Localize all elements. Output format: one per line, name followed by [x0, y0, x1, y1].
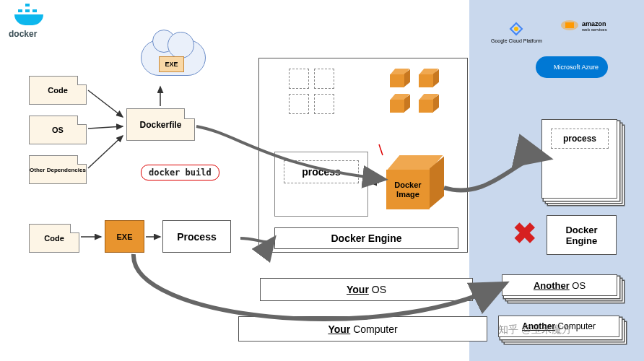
docker-logo-text: docker — [9, 29, 66, 39]
svg-point-1 — [514, 27, 518, 31]
deps-file: Other Dependencies — [29, 155, 87, 184]
local-code-label: Code — [44, 234, 64, 243]
cloud-exe-label: EXE — [165, 61, 178, 68]
docker-build-text: docker build — [149, 168, 212, 178]
another-os-text: Another OS — [534, 280, 586, 291]
svg-line-6 — [88, 136, 123, 168]
aws-label-1: amazon — [582, 21, 607, 27]
docker-logo: docker — [9, 6, 66, 39]
your-os-text: Your OS — [347, 284, 386, 295]
svg-line-4 — [88, 90, 123, 117]
image-cube-3 — [390, 94, 410, 114]
failure-x-icon: ✖ — [513, 217, 537, 250]
azure-label: Microsoft Azure — [554, 64, 599, 71]
docker-build-label: docker build — [141, 165, 219, 180]
container-process-label: process — [302, 166, 341, 178]
dockerfile-label: Dockerfile — [139, 120, 181, 130]
os-file: OS — [29, 116, 87, 144]
placeholder-3 — [289, 94, 309, 114]
local-exe-box: EXE — [105, 220, 144, 253]
placeholder-4 — [314, 94, 334, 114]
docker-image-cube: Docker Image — [386, 155, 444, 213]
your-os-bar: Your OS — [260, 278, 473, 301]
dockerfile-box: Dockerfile — [126, 108, 195, 141]
svg-line-5 — [88, 126, 123, 129]
gcp-label: Google Cloud Platform — [491, 38, 542, 43]
os-file-label: OS — [52, 126, 64, 134]
image-cube-4 — [419, 94, 439, 114]
container-process-inner: process — [284, 160, 359, 183]
aws-label-2: web services — [582, 27, 607, 32]
your-computer-text: Your Computer — [328, 323, 397, 335]
local-code-file: Code — [29, 224, 79, 253]
local-exe-label: EXE — [116, 232, 132, 241]
image-cube-1 — [390, 69, 410, 89]
watermark: 知乎 @玉米魔方 — [498, 323, 572, 336]
azure-logo: Microsoft Azure — [536, 56, 608, 78]
image-cube-2 — [419, 69, 439, 89]
docker-engine-label: Docker Engine — [331, 232, 401, 244]
placeholder-2 — [314, 69, 334, 89]
remote-engine-label: Docker Engine — [565, 225, 597, 246]
docker-image-label: Docker Image — [394, 180, 421, 199]
docker-engine-box: Docker Engine — [274, 227, 458, 249]
gcp-logo: Google Cloud Platform — [491, 22, 542, 43]
another-os-bar: Another OS — [502, 274, 617, 296]
placeholder-1 — [289, 69, 309, 89]
your-computer-bar: Your Computer — [238, 316, 487, 342]
local-process-label: Process — [177, 231, 216, 243]
aws-logo: amazonweb services — [560, 18, 607, 35]
remote-engine-box: Docker Engine — [547, 215, 617, 255]
remote-process-label: process — [563, 134, 596, 144]
svg-rect-3 — [565, 22, 574, 28]
cloud-exe-box: EXE — [159, 56, 184, 72]
local-process-box: Process — [162, 220, 231, 253]
code-file-label: Code — [48, 86, 68, 95]
code-file: Code — [29, 76, 87, 105]
remote-process-box: process — [551, 129, 609, 149]
deps-file-label: Other Dependencies — [30, 167, 86, 173]
